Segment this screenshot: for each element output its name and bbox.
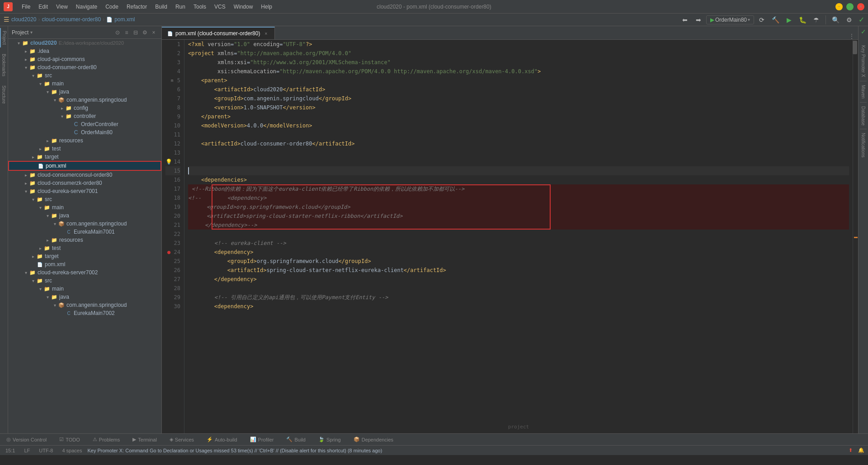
tree-item-java[interactable]: ▾ 📁 java	[8, 88, 161, 96]
breadcrumb-file[interactable]: pom.xml	[114, 16, 135, 23]
close-button[interactable]: ×	[857, 3, 864, 10]
tree-item-eureka7001[interactable]: ▾ 📁 cloud-eureka-server7001	[8, 187, 161, 195]
run-config-selector[interactable]: ▶ OrderMain80 ▾	[706, 15, 754, 24]
tree-item-config[interactable]: ▸ 📁 config	[8, 104, 161, 112]
code-line-15[interactable]	[188, 166, 849, 175]
build-btn[interactable]: 🔨	[769, 14, 781, 26]
bottom-tab-todo[interactable]: ☑ TODO	[57, 436, 83, 443]
status-encoding[interactable]: UTF-8	[37, 448, 55, 453]
tree-item-package[interactable]: ▾ 📦 com.angenin.springcloud	[8, 96, 161, 104]
tree-item-eureka7002-main[interactable]: ▾ 📁 main	[8, 285, 161, 293]
status-notifications[interactable]: 🔔	[858, 447, 864, 453]
tab-options-btn[interactable]: ⋮	[845, 33, 858, 39]
menu-run[interactable]: Run	[172, 3, 189, 11]
bottom-tab-autobuild[interactable]: ⚡ Auto-build	[204, 436, 240, 443]
right-panel-notifications[interactable]: Notifications	[860, 129, 867, 161]
bottom-tab-dependencies[interactable]: 📦 Dependencies	[351, 436, 396, 443]
panel-collapse-btn[interactable]: ⊟	[132, 28, 140, 37]
search-everywhere-btn[interactable]: 🔍	[830, 14, 841, 26]
debug-btn[interactable]: 🐛	[797, 14, 808, 26]
panel-close-btn[interactable]: ×	[150, 28, 158, 37]
menu-window[interactable]: Window	[230, 3, 257, 11]
refresh-btn[interactable]: ⟳	[756, 14, 768, 26]
panel-expand-btn[interactable]: ≡	[123, 28, 131, 37]
bottom-tab-profiler[interactable]: 📊 Profiler	[247, 436, 277, 443]
menu-navigate[interactable]: Navigate	[72, 3, 101, 11]
status-indent[interactable]: 4 spaces	[60, 448, 84, 453]
menu-view[interactable]: View	[52, 3, 71, 11]
menu-edit[interactable]: Edit	[35, 3, 52, 11]
tree-item-api-commons[interactable]: ▸ 📁 cloud-api-commons	[8, 55, 161, 63]
bottom-tab-spring[interactable]: 🍃 Spring	[316, 436, 344, 443]
tree-item-src[interactable]: ▾ 📁 src	[8, 71, 161, 80]
menu-file[interactable]: File	[18, 3, 34, 11]
toolbar-forward-btn[interactable]: ➡	[693, 14, 704, 26]
tree-item-main[interactable]: ▾ 📁 main	[8, 80, 161, 88]
right-panel-maven[interactable]: Maven	[860, 81, 867, 103]
tree-item-idea[interactable]: ▸ 📁 .idea	[8, 47, 161, 55]
coverage-btn[interactable]: ☂	[810, 14, 822, 26]
tree-item-eureka7002-src[interactable]: ▾ 📁 src	[8, 277, 161, 285]
tree-item-eureka7001-pkg[interactable]: ▾ 📦 com.angenin.springcloud	[8, 220, 161, 228]
tree-item-eureka7001-test[interactable]: ▸ 📁 test	[8, 244, 161, 252]
menu-tools[interactable]: Tools	[190, 3, 210, 11]
tree-item-order80[interactable]: ▾ 📁 cloud-consumer-order80	[8, 63, 161, 71]
structure-tab[interactable]: Structure	[0, 83, 7, 107]
bookmarks-tab[interactable]: Bookmarks	[0, 51, 7, 79]
project-tab[interactable]: Project	[0, 28, 8, 47]
tree-item-consumerconsul[interactable]: ▸ 📁 cloud-consumerconsul-order80	[8, 171, 161, 179]
tree-item-resources[interactable]: ▸ 📁 resources	[8, 136, 161, 145]
breadcrumb-module[interactable]: cloud-consumer-order80	[42, 16, 101, 23]
run-btn[interactable]: ▶	[783, 14, 795, 26]
dependencies-icon: 📦	[354, 437, 360, 442]
tree-item-controller[interactable]: ▾ 📁 controller	[8, 112, 161, 120]
tree-item-eureka7001-main[interactable]: ▾ 📁 main	[8, 203, 161, 211]
maximize-button[interactable]: □	[846, 3, 854, 10]
tree-item-eureka7002-java[interactable]: ▾ 📁 java	[8, 293, 161, 301]
right-panel-database[interactable]: Database	[860, 103, 867, 130]
tree-item-target[interactable]: ▸ 📁 target	[8, 153, 161, 161]
tree-item-eurekamain7002[interactable]: ▸ C EurekaMain7002	[8, 309, 161, 317]
tree-item-eureka7002-pkg[interactable]: ▾ 📦 com.angenin.springcloud	[8, 301, 161, 309]
status-position[interactable]: 15:1	[4, 448, 17, 453]
menu-build[interactable]: Build	[151, 3, 171, 11]
menu-code[interactable]: Code	[102, 3, 122, 11]
editor-tab-pomxml[interactable]: 📄 pom.xml (cloud-consumer-order80) ×	[162, 27, 275, 39]
panel-locate-btn[interactable]: ⊙	[113, 28, 122, 37]
toolbar-back-btn[interactable]: ⬅	[679, 14, 691, 26]
menu-vcs[interactable]: VCS	[211, 3, 229, 11]
tab-close-btn[interactable]: ×	[263, 30, 269, 37]
tree-item-consumerzk[interactable]: ▸ 📁 cloud-consumerzk-order80	[8, 179, 161, 187]
tree-item-eureka7001-target[interactable]: ▸ 📁 target	[8, 252, 161, 260]
tree-item-eureka7002[interactable]: ▾ 📁 cloud-eureka-server7002	[8, 268, 161, 277]
panel-settings-btn[interactable]: ⚙	[141, 28, 149, 37]
bottom-tab-vcs[interactable]: ◎ Version Control	[4, 436, 49, 443]
settings-btn[interactable]: ⚙	[843, 14, 855, 26]
tree-item-cloud2020[interactable]: ▾ 📁 cloud2020 E:/idea-workspace/cloud202…	[8, 39, 161, 47]
tree-item-pomxml-selected[interactable]: ▸ 📄 pom.xml	[8, 161, 161, 171]
breadcrumb-cloud2020[interactable]: cloud2020	[11, 16, 36, 23]
editor-scrollbar[interactable]	[853, 40, 858, 433]
tree-item-eureka7001-res[interactable]: ▸ 📁 resources	[8, 236, 161, 244]
tree-item-eureka7001-src[interactable]: ▾ 📁 src	[8, 195, 161, 203]
status-position-text: 15:1	[5, 448, 15, 453]
status-lf[interactable]: LF	[22, 448, 32, 453]
menu-refactor[interactable]: Refactor	[123, 3, 151, 11]
scrollbar-thumb[interactable]	[853, 41, 857, 54]
menu-help[interactable]: Help	[257, 3, 276, 11]
tree-item-ordercontroller[interactable]: ▸ C OrderController	[8, 120, 161, 128]
bottom-tab-problems[interactable]: ⚠ Problems	[90, 436, 123, 443]
status-git[interactable]: ⬆	[847, 447, 854, 453]
right-panel-key-promoter[interactable]: Key Promoter X	[860, 42, 867, 81]
code-content[interactable]: <?xml version="1.0" encoding="UTF-8"?> <…	[184, 40, 853, 433]
tree-item-ordermain80[interactable]: ▸ C OrderMain80	[8, 128, 161, 136]
bottom-tab-terminal[interactable]: ▶ Terminal	[130, 436, 160, 443]
tree-item-eureka7001-java[interactable]: ▾ 📁 java	[8, 211, 161, 220]
panel-dropdown-arrow[interactable]: ▾	[30, 30, 33, 35]
bottom-tab-services[interactable]: ◈ Services	[167, 436, 197, 443]
minimize-button[interactable]: −	[835, 3, 843, 10]
tree-item-eurekamain7001[interactable]: ▸ C EurekaMain7001	[8, 228, 161, 236]
tree-item-eureka7001-pom[interactable]: ▸ 📄 pom.xml	[8, 260, 161, 268]
tree-item-test[interactable]: ▸ 📁 test	[8, 145, 161, 153]
bottom-tab-build[interactable]: 🔨 Build	[283, 436, 308, 443]
